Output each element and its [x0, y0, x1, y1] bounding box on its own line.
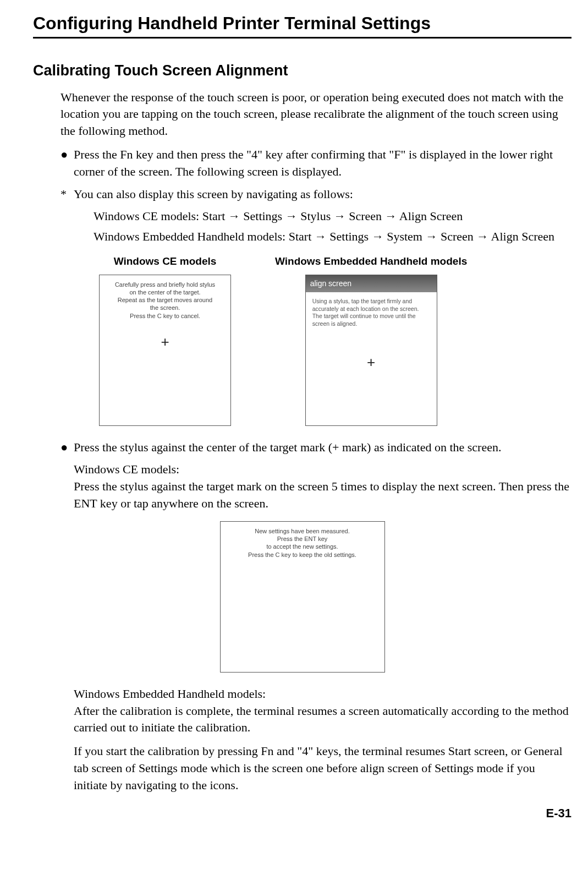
- page-number: E-31: [33, 805, 571, 822]
- ce-screen-mock: Carefully press and briefly hold stylus …: [99, 275, 231, 426]
- ce-line: Press the ENT key: [228, 535, 377, 543]
- ce-confirm-screen-mock: New settings have been measured. Press t…: [220, 521, 385, 673]
- ce-line: the screen.: [107, 304, 223, 311]
- ce-line: Repeat as the target moves around: [107, 296, 223, 304]
- section-header: Configuring Handheld Printer Terminal Se…: [33, 11, 571, 39]
- ce-confirm-text: New settings have been measured. Press t…: [224, 525, 381, 561]
- ce-models-label: Windows CE models: Press the stylus agai…: [74, 461, 571, 512]
- bullet-text: Press the Fn key and then press the "4" …: [74, 146, 571, 181]
- plus-target-icon: +: [367, 352, 375, 372]
- screenshots-row: Windows CE models Carefully press and br…: [99, 254, 571, 426]
- asterisk-item: * You can also display this screen by na…: [61, 186, 571, 203]
- weh-screen-mock: align screen Using a stylus, tap the tar…: [305, 275, 437, 426]
- subsection-header: Calibrating Touch Screen Alignment: [33, 61, 571, 81]
- weh-instruction: After the calibration is complete, the t…: [74, 704, 569, 735]
- ce-line: Press the C key to keep the old settings…: [228, 551, 377, 559]
- bullet-item-1: ● Press the Fn key and then press the "4…: [61, 146, 571, 181]
- asterisk-icon: *: [61, 186, 74, 203]
- ce-caption: Windows CE models: [114, 254, 217, 269]
- bullet-text: Press the stylus against the center of t…: [74, 439, 571, 456]
- plus-target-icon: +: [161, 332, 169, 352]
- screenshot-weh-column: Windows Embedded Handheld models align s…: [275, 254, 467, 426]
- ce-line: New settings have been measured.: [228, 527, 377, 535]
- asterisk-text: You can also display this screen by navi…: [74, 186, 571, 203]
- weh-screen-body: Using a stylus, tap the target firmly an…: [309, 296, 433, 330]
- weh-label: Windows Embedded Handheld models:: [74, 687, 266, 701]
- ce-label: Windows CE models:: [74, 462, 179, 476]
- bullet-icon: ●: [61, 146, 74, 181]
- intro-paragraph: Whenever the response of the touch scree…: [61, 89, 571, 140]
- nav-path-weh: Windows Embedded Handheld models: Start …: [94, 228, 571, 245]
- weh-screen-title: align screen: [306, 275, 437, 293]
- final-paragraph: If you start the calibration by pressing…: [74, 743, 571, 794]
- weh-caption: Windows Embedded Handheld models: [275, 254, 467, 269]
- confirm-screenshot-wrap: New settings have been measured. Press t…: [33, 521, 571, 673]
- ce-line: Carefully press and briefly hold stylus: [107, 281, 223, 288]
- bullet-item-2: ● Press the stylus against the center of…: [61, 439, 571, 456]
- nav-path-ce: Windows CE models: Start → Settings → St…: [94, 208, 571, 225]
- ce-line: on the center of the target.: [107, 288, 223, 296]
- ce-line: Press the C key to cancel.: [107, 312, 223, 320]
- weh-models-label: Windows Embedded Handheld models: After …: [74, 686, 571, 736]
- ce-instruction: Press the stylus against the target mark…: [74, 479, 569, 510]
- ce-line: to accept the new settings.: [228, 543, 377, 550]
- screenshot-ce-column: Windows CE models Carefully press and br…: [99, 254, 231, 426]
- ce-screen-text: Carefully press and briefly hold stylus …: [103, 278, 227, 322]
- bullet-icon: ●: [61, 439, 74, 456]
